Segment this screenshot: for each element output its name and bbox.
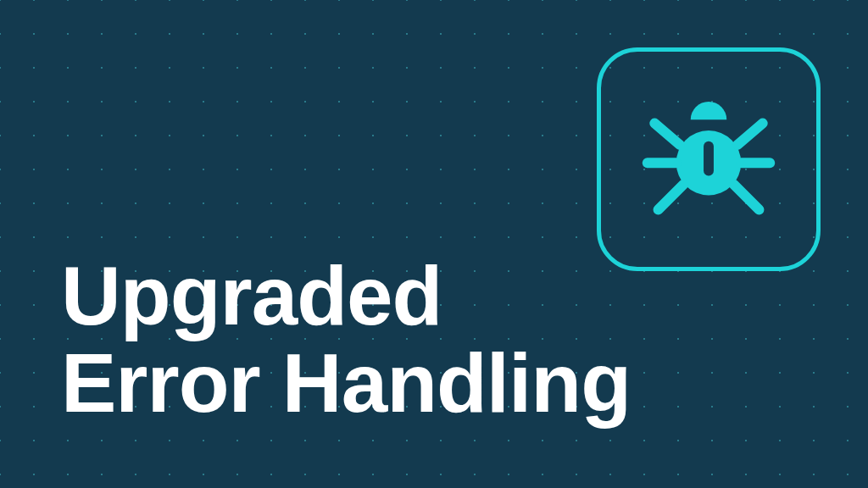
title-line-2: Error Handling [61,340,631,427]
svg-line-7 [734,185,760,210]
svg-line-3 [737,124,763,146]
page-title: Upgraded Error Handling [61,252,631,427]
bug-icon [637,87,781,231]
svg-rect-1 [704,141,714,176]
svg-line-6 [659,185,684,210]
icon-container [597,47,821,271]
svg-line-2 [654,124,680,146]
title-line-1: Upgraded [61,252,631,340]
